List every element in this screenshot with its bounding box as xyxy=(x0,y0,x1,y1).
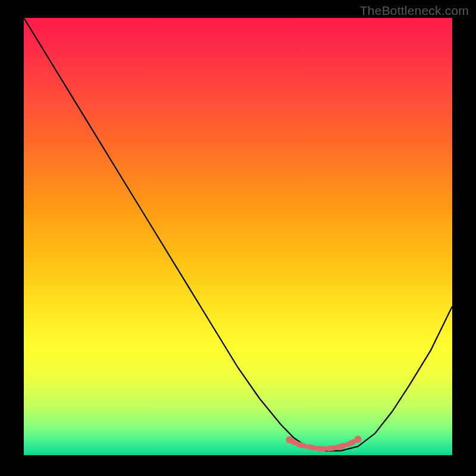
curve-svg xyxy=(24,18,452,455)
plot-area xyxy=(24,18,452,455)
marker-dot xyxy=(286,436,293,443)
optimal-range-markers xyxy=(286,436,361,449)
marker-band xyxy=(289,440,358,449)
watermark-text: TheBottleneck.com xyxy=(360,4,469,18)
bottleneck-curve xyxy=(24,18,452,451)
chart-container: TheBottleneck.com xyxy=(0,0,476,476)
marker-dot xyxy=(355,436,362,443)
